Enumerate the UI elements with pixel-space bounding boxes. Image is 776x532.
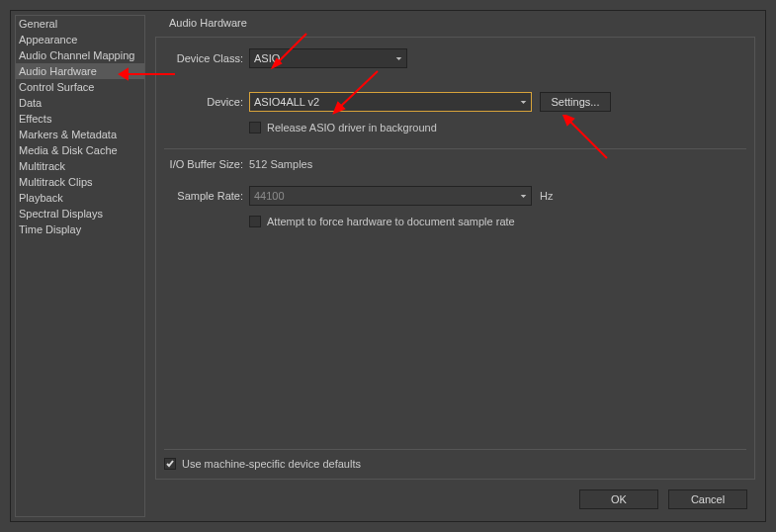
sidebar-item-multitrack[interactable]: Multitrack: [16, 158, 144, 174]
panel-content: Device Class: ASIO Device: ASIO4ALL v2 S…: [155, 37, 755, 480]
chevron-down-icon: [520, 193, 527, 200]
sample-rate-label: Sample Rate:: [156, 190, 249, 202]
release-asio-label: Release ASIO driver in background: [267, 122, 437, 133]
sidebar-item-media-disk-cache[interactable]: Media & Disk Cache: [16, 142, 144, 158]
sidebar-item-markers-metadata[interactable]: Markers & Metadata: [16, 127, 144, 142]
force-hardware-label: Attempt to force hardware to document sa…: [267, 216, 515, 227]
sidebar-item-data[interactable]: Data: [16, 95, 144, 111]
divider: [164, 449, 746, 450]
ok-button[interactable]: OK: [579, 489, 658, 509]
category-sidebar: General Appearance Audio Channel Mapping…: [15, 15, 145, 517]
sidebar-item-audio-channel-mapping[interactable]: Audio Channel Mapping: [16, 47, 144, 63]
settings-button[interactable]: Settings...: [540, 92, 611, 112]
device-class-label: Device Class:: [156, 52, 249, 64]
sample-rate-unit: Hz: [540, 190, 553, 202]
cancel-button[interactable]: Cancel: [668, 489, 747, 509]
sidebar-item-appearance[interactable]: Appearance: [16, 32, 144, 47]
force-hardware-checkbox[interactable]: Attempt to force hardware to document sa…: [249, 216, 515, 227]
machine-defaults-label: Use machine-specific device defaults: [182, 458, 361, 470]
device-class-value: ASIO: [254, 52, 280, 64]
device-class-select[interactable]: ASIO: [249, 48, 407, 68]
io-buffer-value: 512 Samples: [249, 158, 312, 170]
sidebar-item-time-display[interactable]: Time Display: [16, 222, 144, 237]
panel-title: Audio Hardware: [155, 15, 755, 37]
sidebar-item-general[interactable]: General: [16, 16, 144, 32]
dialog-body: General Appearance Audio Channel Mapping…: [11, 11, 765, 521]
chevron-down-icon: [395, 55, 402, 62]
device-value: ASIO4ALL v2: [254, 96, 319, 108]
release-asio-checkbox[interactable]: Release ASIO driver in background: [249, 122, 437, 133]
dialog-footer: OK Cancel: [155, 480, 755, 517]
sidebar-item-multitrack-clips[interactable]: Multitrack Clips: [16, 174, 144, 190]
sidebar-item-effects[interactable]: Effects: [16, 111, 144, 127]
machine-defaults-checkbox[interactable]: Use machine-specific device defaults: [164, 458, 361, 470]
sidebar-item-control-surface[interactable]: Control Surface: [16, 79, 144, 95]
sidebar-item-spectral-displays[interactable]: Spectral Displays: [16, 206, 144, 222]
device-label: Device:: [156, 96, 249, 108]
preferences-dialog: General Appearance Audio Channel Mapping…: [10, 10, 766, 522]
io-buffer-label: I/O Buffer Size:: [156, 158, 249, 170]
sidebar-item-audio-hardware[interactable]: Audio Hardware: [16, 63, 144, 79]
device-select[interactable]: ASIO4ALL v2: [249, 92, 532, 112]
sidebar-item-playback[interactable]: Playback: [16, 190, 144, 206]
main-panel: Audio Hardware Device Class: ASIO Device…: [145, 15, 761, 517]
sample-rate-value: 44100: [254, 190, 285, 202]
divider: [164, 148, 746, 149]
sample-rate-select: 44100: [249, 186, 532, 206]
chevron-down-icon: [520, 99, 527, 106]
